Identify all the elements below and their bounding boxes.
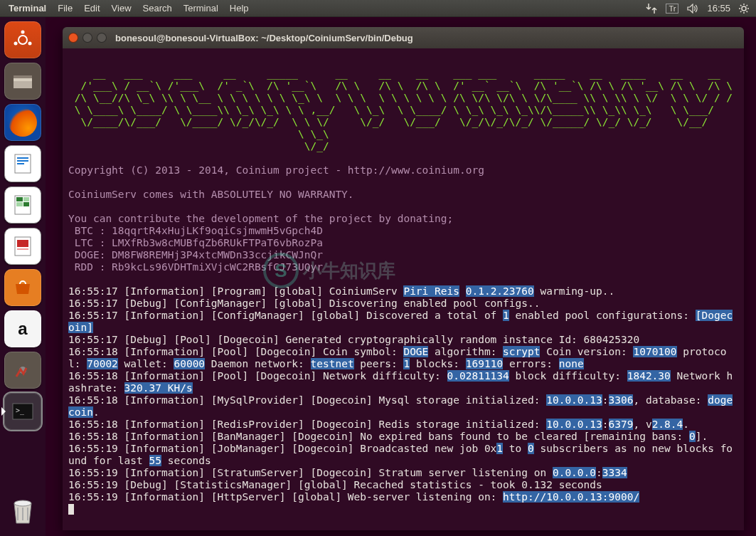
- svg-rect-19: [17, 248, 28, 250]
- log-line: 16:55:19 [Debug] [StatisticsManager] [gl…: [68, 479, 738, 491]
- svg-point-0: [742, 6, 746, 11]
- log-line: 16:55:18 [Information] [Pool] [Dogecoin]…: [68, 346, 738, 370]
- top-menu-bar: Terminal FileEditViewSearchTerminalHelp …: [0, 0, 756, 17]
- warranty-line: CoiniumServ comes with ABSOLUTELY NO WAR…: [68, 189, 354, 200]
- svg-point-4: [14, 42, 18, 46]
- launcher-files[interactable]: [4, 63, 41, 100]
- network-icon[interactable]: [646, 4, 657, 14]
- ascii-banner: __ ___ ___ __ _____ __ __ __ ___ ___ ___…: [68, 68, 733, 152]
- log-line: 16:55:19 [Information] [JobManager] [Dog…: [68, 443, 738, 467]
- donation-addresses: BTC : 18qqrtR4xHujLKf9oqiCsjmwmH5vGpch4D…: [68, 225, 323, 273]
- log-line: 16:55:18 [Information] [Pool] [Dogecoin]…: [68, 370, 738, 394]
- svg-rect-24: [17, 508, 18, 520]
- menu-terminal[interactable]: Terminal: [178, 3, 224, 14]
- donate-header: You can contribute the development of th…: [68, 213, 453, 224]
- svg-text:>_: >_: [16, 406, 25, 415]
- copyright-line: Copyright (C) 2013 - 2014, Coinium proje…: [68, 164, 484, 176]
- unity-launcher: a >_: [0, 17, 46, 536]
- launcher-amazon[interactable]: a: [4, 310, 41, 347]
- running-indicator-icon: [1, 407, 6, 416]
- volume-icon[interactable]: [687, 4, 698, 14]
- log-line: 16:55:19 [Information] [StratumServer] […: [68, 467, 738, 479]
- svg-point-23: [14, 500, 31, 506]
- window-minimize-button[interactable]: [82, 33, 92, 43]
- menu-search[interactable]: Search: [137, 3, 178, 14]
- log-line: 16:55:17 [Information] [ConfigManager] […: [68, 310, 738, 334]
- launcher-impress[interactable]: [4, 228, 41, 265]
- active-app-name: Terminal: [3, 3, 52, 14]
- window-title: bonesoul@bonesoul-VirtualBox: ~/Desktop/…: [115, 33, 413, 43]
- svg-point-2: [21, 31, 25, 34]
- terminal-body[interactable]: __ ___ ___ __ _____ __ __ __ ___ ___ ___…: [63, 48, 744, 530]
- terminal-window: bonesoul@bonesoul-VirtualBox: ~/Desktop/…: [63, 27, 744, 530]
- log-line: 16:55:19 [Information] [HttpServer] [glo…: [68, 491, 738, 503]
- svg-point-3: [28, 42, 32, 46]
- svg-rect-14: [23, 197, 29, 201]
- launcher-calc[interactable]: [4, 186, 41, 224]
- log-output: 16:55:17 [Information] [Program] [global…: [68, 285, 738, 503]
- svg-point-1: [18, 36, 27, 44]
- window-maximize-button[interactable]: [97, 33, 107, 43]
- log-line: 16:55:17 [Debug] [ConfigManager] [global…: [68, 298, 738, 310]
- launcher-firefox[interactable]: [4, 104, 41, 141]
- menu-help[interactable]: Help: [224, 3, 255, 14]
- window-titlebar[interactable]: bonesoul@bonesoul-VirtualBox: ~/Desktop/…: [63, 27, 744, 48]
- svg-rect-13: [16, 197, 23, 201]
- svg-rect-26: [27, 508, 28, 520]
- menu-view[interactable]: View: [106, 3, 137, 14]
- session-gear-icon[interactable]: [739, 4, 749, 14]
- log-line: 16:55:17 [Information] [Program] [global…: [68, 285, 738, 298]
- svg-rect-25: [22, 508, 23, 520]
- clock[interactable]: 16:55: [707, 3, 730, 14]
- log-line: 16:55:18 [Information] [RedisProvider] […: [68, 419, 738, 431]
- svg-rect-15: [16, 202, 23, 206]
- log-line: 16:55:18 [Information] [BanManager] [Dog…: [68, 431, 738, 443]
- menu-file[interactable]: File: [52, 3, 78, 14]
- log-line: 16:55:17 [Debug] [Pool] [Dogecoin] Gener…: [68, 334, 738, 346]
- launcher-trash[interactable]: [4, 492, 41, 529]
- terminal-cursor: [68, 504, 74, 515]
- svg-rect-16: [23, 202, 29, 206]
- svg-rect-10: [17, 160, 28, 162]
- svg-rect-9: [17, 157, 28, 159]
- launcher-dash[interactable]: [4, 21, 41, 58]
- menu-edit[interactable]: Edit: [78, 3, 105, 14]
- window-close-button[interactable]: [68, 33, 78, 43]
- svg-rect-5: [14, 75, 32, 78]
- launcher-system-settings[interactable]: [4, 352, 41, 389]
- launcher-software-center[interactable]: [4, 269, 41, 306]
- log-line: 16:55:18 [Information] [MySqlProvider] […: [68, 394, 738, 419]
- svg-rect-11: [17, 163, 24, 164]
- svg-rect-7: [14, 78, 32, 81]
- launcher-terminal[interactable]: >_: [4, 393, 41, 430]
- keyboard-layout-indicator[interactable]: Tr: [666, 4, 678, 14]
- svg-rect-18: [17, 240, 28, 247]
- launcher-writer[interactable]: [4, 145, 41, 182]
